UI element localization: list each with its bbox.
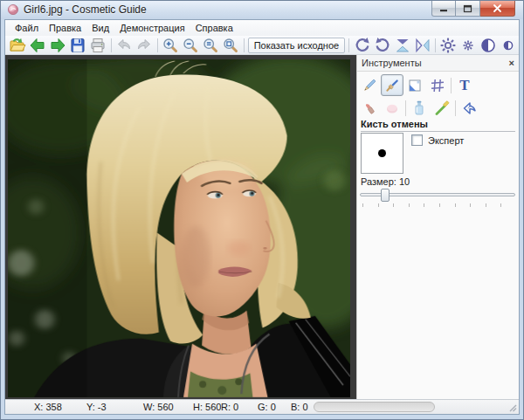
toolbar: Показать исходное: [5, 36, 519, 55]
maximize-button[interactable]: [456, 1, 480, 17]
open-button[interactable]: [8, 37, 28, 54]
forward-button[interactable]: [48, 37, 68, 54]
toolbar-separator: [157, 38, 158, 52]
tool-mesh[interactable]: [426, 74, 449, 96]
tool-text[interactable]: T: [453, 74, 476, 96]
tool-separator: [405, 100, 406, 116]
tool-crop[interactable]: [403, 74, 426, 96]
tool-undo-arrow[interactable]: [458, 97, 480, 119]
rotate-left-icon: [354, 37, 371, 54]
brush-size-slider[interactable]: [360, 188, 515, 202]
titlebar[interactable]: Girl6.jpg - Cosmetic Guide: [1, 1, 523, 19]
menu-help[interactable]: Справка: [191, 21, 238, 35]
print-button[interactable]: [88, 37, 108, 54]
tool-toothbrush[interactable]: [431, 97, 453, 119]
minimize-button[interactable]: [431, 1, 456, 17]
tool-separator: [455, 100, 456, 116]
resize-grip-icon[interactable]: [507, 403, 518, 413]
contrast-small-button[interactable]: [499, 37, 519, 54]
menu-view[interactable]: Вид: [87, 21, 114, 35]
settings-small-button[interactable]: [458, 37, 479, 54]
panel-header[interactable]: Инструменты ×: [357, 55, 519, 72]
undo-button[interactable]: [114, 37, 134, 54]
zoom-in-button[interactable]: [161, 37, 181, 54]
slider-thumb[interactable]: [381, 189, 390, 202]
toolbar-separator: [244, 38, 245, 52]
status-x: X: 358: [34, 402, 62, 412]
undo-icon: [115, 37, 133, 54]
statusbar: X: 358 Y: -3 W: 560 H: 560 R: 0 G: 0 B: …: [5, 399, 519, 414]
lipstick-icon: [361, 100, 378, 117]
rotate-left-button[interactable]: [352, 37, 372, 54]
mesh-grid-icon: [429, 77, 446, 94]
toolbar-separator: [348, 38, 349, 52]
window-title: Girl6.jpg - Cosmetic Guide: [24, 3, 147, 16]
menu-file[interactable]: Файл: [10, 21, 43, 35]
tool-separator: [451, 78, 452, 93]
tool-row-1: T: [358, 73, 476, 97]
content-area: Инструменты ×: [5, 55, 519, 399]
tool-brush-selected[interactable]: [381, 74, 403, 96]
menubar: Файл Правка Вид Демонстрация Справка: [5, 20, 519, 36]
redo-button[interactable]: [134, 37, 155, 54]
photo-girl-portrait: [8, 59, 350, 397]
close-icon: [493, 3, 502, 13]
tools-panel: Инструменты ×: [356, 55, 519, 399]
toolbar-separator: [111, 38, 112, 52]
menu-demonstration[interactable]: Демонстрация: [115, 21, 190, 35]
tool-powder[interactable]: [381, 97, 403, 119]
contrast-large-button[interactable]: [479, 37, 499, 54]
status-red: R: 0: [221, 402, 238, 412]
print-icon: [89, 37, 107, 54]
rotate-right-icon: [374, 37, 391, 54]
status-blue: B: 0: [291, 402, 308, 412]
redo-icon: [135, 37, 153, 54]
tool-bottle[interactable]: [408, 97, 431, 119]
image-canvas[interactable]: [5, 55, 356, 399]
toolbar-separator: [435, 38, 436, 52]
tool-pencil[interactable]: [358, 74, 381, 96]
powder-icon: [383, 100, 401, 117]
status-green: G: 0: [258, 402, 276, 412]
status-width: W: 560: [143, 402, 174, 412]
pencil-icon: [361, 77, 378, 94]
zoom-actual-button[interactable]: [201, 37, 221, 54]
folder-open-icon: [9, 37, 26, 54]
crop-icon: [406, 77, 424, 94]
zoom-out-button[interactable]: [181, 37, 201, 54]
expert-option: Эксперт: [411, 134, 464, 146]
contrast-icon: [479, 37, 497, 54]
expert-checkbox[interactable]: [411, 134, 423, 146]
panel-close-icon[interactable]: ×: [509, 57, 514, 69]
rotate-right-button[interactable]: [372, 37, 392, 54]
flip-vertical-button[interactable]: [392, 37, 412, 54]
progress-placeholder: [314, 402, 435, 412]
back-button[interactable]: [28, 37, 48, 54]
undo-brush-section-title: Кисть отмены: [361, 119, 515, 132]
gear-small-icon: [459, 37, 477, 54]
menu-edit[interactable]: Правка: [45, 21, 86, 35]
show-original-button[interactable]: Показать исходное: [248, 38, 345, 53]
app-icon: [7, 3, 19, 16]
text-tool-icon: T: [459, 78, 469, 93]
close-button[interactable]: [480, 1, 515, 17]
toothbrush-icon: [433, 100, 451, 117]
client-area: Файл Правка Вид Демонстрация Справка: [4, 19, 520, 415]
minimize-icon: [439, 4, 448, 13]
undo-arrow-icon: [460, 100, 478, 117]
zoom-out-icon: [182, 37, 199, 54]
zoom-fit-button[interactable]: [221, 37, 241, 54]
tool-row-2: [358, 97, 480, 119]
gear-icon: [439, 37, 457, 54]
status-height: H: 560: [193, 402, 221, 412]
zoom-actual-icon: [202, 37, 219, 54]
brush-size-label: Размер: 10: [361, 176, 410, 187]
tool-lipstick[interactable]: [358, 97, 381, 119]
settings-large-button[interactable]: [438, 37, 458, 54]
zoom-in-icon: [162, 37, 179, 54]
maximize-icon: [463, 4, 472, 13]
save-button[interactable]: [68, 37, 88, 54]
contrast-small-icon: [500, 37, 517, 54]
status-y: Y: -3: [86, 402, 107, 412]
flip-horizontal-button[interactable]: [412, 37, 432, 54]
